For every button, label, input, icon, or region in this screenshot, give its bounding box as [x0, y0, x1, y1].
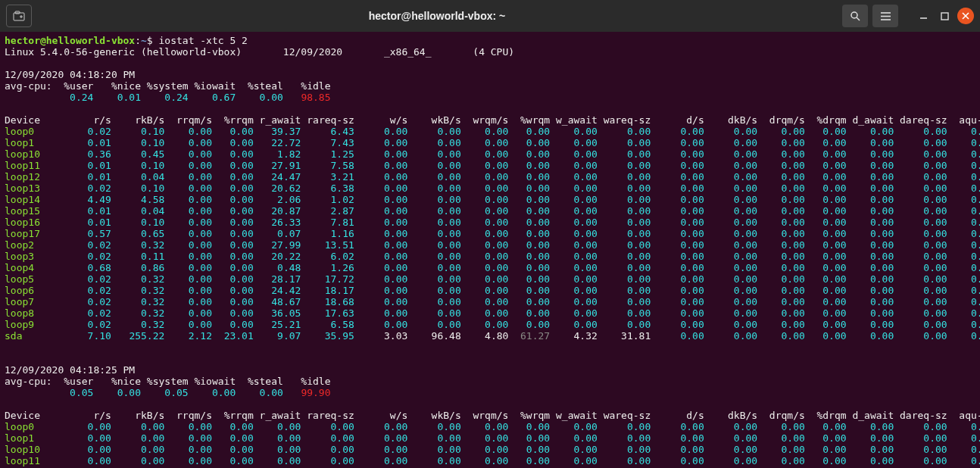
cpu-values: 0.05 0.00 0.05 0.00 0.00 99.90 [5, 387, 975, 398]
device-row: loop1 0.01 0.10 0.00 0.00 22.72 7.43 0.0… [5, 137, 975, 148]
device-row: loop0 0.02 0.10 0.00 0.00 39.37 6.43 0.0… [5, 126, 975, 137]
timestamp: 12/09/2020 04:18:25 PM [5, 364, 975, 376]
device-row: loop0 0.00 0.00 0.00 0.00 0.00 0.00 0.00… [5, 421, 975, 432]
device-row: loop3 0.02 0.11 0.00 0.00 20.22 6.02 0.0… [5, 251, 975, 262]
device-row: loop15 0.01 0.04 0.00 0.00 20.87 2.87 0.… [5, 205, 975, 217]
svg-point-4 [851, 12, 857, 18]
device-row: loop4 0.68 0.86 0.00 0.00 0.48 1.26 0.00… [5, 262, 975, 273]
device-row: loop8 0.02 0.32 0.00 0.00 36.05 17.63 0.… [5, 307, 975, 319]
cpu-header: avg-cpu: %user %nice %system %iowait %st… [5, 80, 975, 92]
terminal-output[interactable]: hector@helloworld-vbox:~$ iostat -xtc 5 … [0, 32, 980, 468]
prompt-line: hector@helloworld-vbox:~$ iostat -xtc 5 … [5, 35, 975, 46]
device-row: loop11 0.01 0.10 0.00 0.00 27.91 7.58 0.… [5, 160, 975, 171]
device-row: loop10 0.00 0.00 0.00 0.00 0.00 0.00 0.0… [5, 444, 975, 455]
svg-rect-10 [941, 13, 948, 20]
window-title: hector@helloworld-vbox: ~ [38, 11, 836, 22]
device-row: loop9 0.02 0.32 0.00 0.00 25.21 6.58 0.0… [5, 319, 975, 330]
device-row: loop16 0.01 0.10 0.00 0.00 26.33 7.81 0.… [5, 217, 975, 228]
device-row: loop14 4.49 4.58 0.00 0.00 2.06 1.02 0.0… [5, 194, 975, 205]
minimize-button[interactable] [915, 8, 932, 24]
device-row: loop2 0.02 0.32 0.00 0.00 27.99 13.51 0.… [5, 239, 975, 251]
device-row: loop12 0.01 0.04 0.00 0.00 24.47 3.21 0.… [5, 171, 975, 183]
new-tab-button[interactable] [6, 5, 32, 27]
window-titlebar: hector@helloworld-vbox: ~ [0, 0, 980, 32]
device-row: loop1 0.00 0.00 0.00 0.00 0.00 0.00 0.00… [5, 432, 975, 444]
cpu-values: 0.24 0.01 0.24 0.67 0.00 98.85 [5, 92, 975, 103]
maximize-button[interactable] [936, 8, 953, 24]
search-button[interactable] [842, 5, 868, 27]
svg-line-5 [857, 17, 860, 20]
device-row: loop6 0.02 0.32 0.00 0.00 24.42 18.17 0.… [5, 285, 975, 296]
device-header: Device r/s rkB/s rrqm/s %rrqm r_await ra… [5, 410, 975, 421]
device-row: loop5 0.02 0.32 0.00 0.00 28.17 17.72 0.… [5, 273, 975, 285]
device-row: loop13 0.02 0.10 0.00 0.00 20.62 6.38 0.… [5, 183, 975, 194]
device-row: loop7 0.02 0.32 0.00 0.00 48.67 18.68 0.… [5, 296, 975, 307]
device-header: Device r/s rkB/s rrqm/s %rrqm r_await ra… [5, 114, 975, 126]
device-row: loop10 0.36 0.45 0.00 0.00 1.82 1.25 0.0… [5, 148, 975, 160]
system-info-line: Linux 5.4.0-56-generic (helloworld-vbox)… [5, 46, 975, 58]
cpu-header: avg-cpu: %user %nice %system %iowait %st… [5, 376, 975, 387]
device-row: sda 7.10 255.22 2.12 23.01 9.07 35.95 3.… [5, 330, 975, 342]
hamburger-menu-button[interactable] [872, 5, 898, 27]
device-row: loop11 0.00 0.00 0.00 0.00 0.00 0.00 0.0… [5, 455, 975, 466]
device-row: loop17 0.57 0.65 0.00 0.00 0.07 1.16 0.0… [5, 228, 975, 239]
close-button[interactable] [957, 8, 974, 24]
timestamp: 12/09/2020 04:18:20 PM [5, 69, 975, 80]
